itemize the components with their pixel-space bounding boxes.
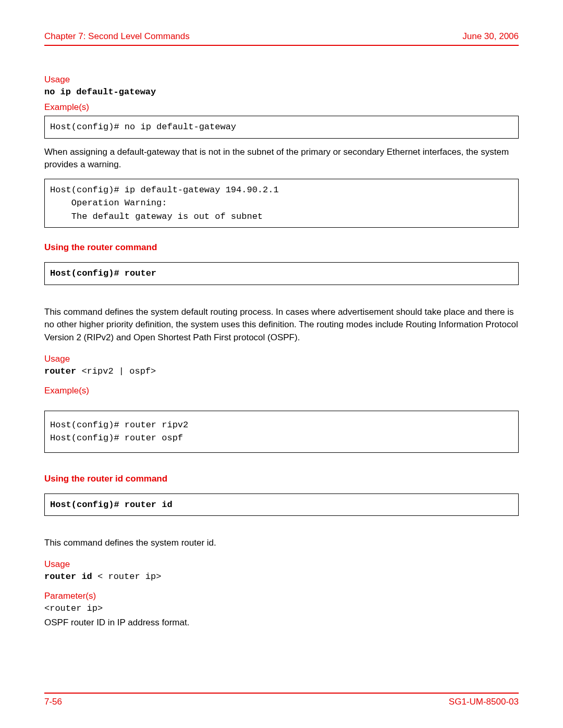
- usage-label-router: Usage: [44, 354, 519, 364]
- heading-router-id: Using the router id command: [44, 474, 519, 484]
- page: Chapter 7: Second Level Commands June 30…: [0, 0, 563, 728]
- header-chapter: Chapter 7: Second Level Commands: [44, 31, 190, 42]
- paragraph-router: This command defines the system default …: [44, 306, 519, 344]
- header-date: June 30, 2006: [462, 31, 519, 42]
- cmd-box-router: Host(config)# router: [44, 262, 519, 285]
- page-footer: 7-56 SG1-UM-8500-03: [44, 693, 519, 707]
- usage-label: Usage: [44, 75, 519, 85]
- usage-line-router-id: router id < router ip>: [44, 572, 519, 582]
- usage-cmd-bold-id: router id: [44, 572, 92, 582]
- usage-line-router: router <ripv2 | ospf>: [44, 366, 519, 376]
- parameter-description: OSPF router ID in IP address format.: [44, 616, 519, 630]
- heading-router: Using the router command: [44, 242, 519, 253]
- cmd-box-router-id: Host(config)# router id: [44, 493, 519, 516]
- usage-command: no ip default-gateway: [44, 87, 519, 97]
- paragraph-no-ip: When assigning a default-gateway that is…: [44, 146, 519, 171]
- parameters-label: Parameter(s): [44, 591, 519, 601]
- paragraph-router-id: This command defines the system router i…: [44, 537, 519, 550]
- usage-label-router-id: Usage: [44, 559, 519, 570]
- page-header: Chapter 7: Second Level Commands June 30…: [44, 31, 519, 46]
- example-box-router: Host(config)# router ripv2 Host(config)#…: [44, 411, 519, 453]
- usage-cmd-bold: router: [44, 366, 81, 376]
- usage-cmd-rest: <ripv2 | ospf>: [81, 366, 156, 376]
- parameter-name: <router ip>: [44, 603, 519, 613]
- examples-label: Example(s): [44, 102, 519, 113]
- footer-docid: SG1-UM-8500-03: [449, 697, 519, 707]
- example-box-no-ip: Host(config)# no ip default-gateway: [44, 116, 519, 139]
- footer-page: 7-56: [44, 697, 62, 707]
- warning-box: Host(config)# ip default-gateway 194.90.…: [44, 179, 519, 228]
- examples-label-router: Example(s): [44, 386, 519, 396]
- usage-cmd-rest-id: < router ip>: [92, 572, 162, 582]
